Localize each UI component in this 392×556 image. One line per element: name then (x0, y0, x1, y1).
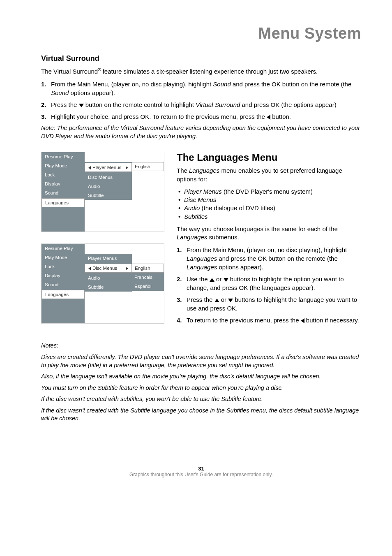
page-footer: 31 Graphics throughout this User's Guide… (41, 464, 361, 477)
side-item: Play Mode (42, 161, 85, 170)
side-item-selected: Languages (42, 290, 85, 299)
sub-item-selected: Player Menus (85, 163, 132, 172)
lang-intro: The Languages menu enables you to set pr… (177, 167, 361, 183)
arrow-down-icon (224, 278, 228, 282)
menu-screenshot-2: Resume Play Play Mode Lock Display Sound… (41, 243, 164, 324)
sub-item: Disc Menus (85, 173, 132, 182)
side-item: Display (42, 271, 85, 280)
val-item-selected: English (132, 264, 164, 273)
val-item-selected: English (132, 162, 164, 171)
sub-item: Player Menus (85, 254, 132, 263)
sub-item-selected: Disc Menus (85, 264, 132, 273)
arrow-up-icon (214, 299, 219, 302)
arrow-down-icon (228, 299, 233, 302)
page-number: 31 (41, 466, 361, 472)
side-item: Resume Play (42, 244, 85, 253)
sub-item: Subtitle (85, 191, 132, 200)
chevron-left-icon (88, 267, 91, 270)
lang-way: The way you choose languages is the same… (177, 225, 361, 242)
sub-item: Audio (85, 273, 132, 283)
section-heading-languages: The Languages Menu (177, 152, 361, 163)
menu-screenshot-1: Resume Play Play Mode Lock Display Sound… (41, 152, 164, 232)
arrow-up-icon (210, 278, 214, 282)
side-item-selected: Languages (42, 198, 85, 207)
val-item: Francais (132, 273, 164, 282)
vs-intro: The Virtual Surround® feature simulates … (41, 67, 361, 76)
chapter-title: Menu System (41, 25, 361, 42)
arrow-left-icon (267, 115, 270, 120)
sub-item: Subtitle (85, 283, 132, 292)
arrow-down-icon (79, 104, 84, 107)
side-item: Lock (42, 170, 85, 179)
footer-caption: Graphics throughout this User's Guide ar… (41, 472, 361, 477)
val-item: Español (132, 282, 164, 291)
vs-steps: 1. From the Main Menu, (player on, no di… (41, 80, 361, 121)
sub-item: Audio (85, 182, 132, 191)
side-item: Play Mode (42, 253, 85, 262)
side-item: Display (42, 179, 85, 188)
chevron-right-icon (126, 166, 128, 169)
lang-steps: 1. From the Main Menu, (player on, no di… (177, 246, 361, 324)
arrow-left-icon (301, 318, 304, 323)
lang-bullets: Player Menus (the DVD Player's menu syst… (177, 188, 361, 221)
section-heading-virtual-surround: Virtual Surround (41, 54, 361, 63)
notes-section: Notes: Discs are created differently. Th… (41, 342, 361, 423)
header-rule (41, 45, 361, 45)
side-item: Sound (42, 280, 85, 289)
vs-note: Note: The performance of the Virtual Sur… (41, 124, 361, 140)
side-item: Lock (42, 262, 85, 271)
chevron-right-icon (126, 267, 128, 270)
chevron-left-icon (88, 166, 91, 169)
side-item: Resume Play (42, 152, 85, 161)
side-item: Sound (42, 188, 85, 197)
